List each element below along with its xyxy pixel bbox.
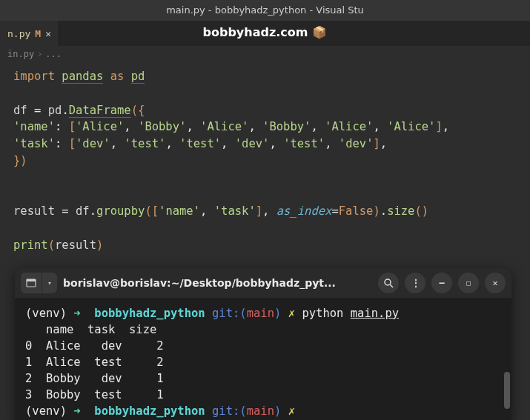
git-branch: main [247,404,274,418]
chevron-right-icon: › [37,49,42,59]
output-row: 3 Bobby test 1 [25,388,164,401]
git-close: ) [274,307,281,320]
output-row: 2 Bobby dev 1 [25,372,164,385]
prompt-dir: bobbyhadz_python [94,404,205,418]
breadcrumb[interactable]: in.py›... [0,46,530,62]
menu-button[interactable]: ⋮ [405,273,425,293]
new-tab-button[interactable] [21,273,42,293]
close-icon: ✕ [492,278,497,288]
minimize-icon: ‒ [439,278,444,288]
tab-bar: n.py M ✕ bobbyhadz.com 📦 [0,21,530,46]
breadcrumb-file: in.py [7,49,34,59]
terminal-icon [26,278,36,288]
output-row: 1 Alice test 2 [25,356,164,369]
code-line: print(result) [13,237,517,254]
prompt-arrow: ➜ [73,307,80,320]
venv-label: (venv) [25,307,67,320]
git-branch: main [247,307,274,320]
code-line: }) [13,153,517,170]
prompt-dir: bobbyhadz_python [94,307,205,320]
watermark: bobbyhadz.com 📦 [203,25,328,39]
close-button[interactable]: ✕ [485,273,506,293]
close-icon[interactable]: ✕ [45,28,51,39]
maximize-icon: □ [466,279,470,287]
tab-filename: n.py [7,28,30,39]
terminal-window: ▾ borislav@borislav:~/Desktop/bobbyhadz_… [15,268,511,420]
breadcrumb-more: ... [45,49,62,59]
search-icon [384,279,394,288]
tab-modified-indicator: M [35,28,41,39]
code-editor[interactable]: import pandas as pd df = pd.DataFrame({ … [0,62,530,260]
svg-line-3 [390,284,393,287]
command: python [302,307,343,320]
code-line [13,85,517,102]
code-line: import pandas as pd [13,68,517,85]
venv-label: (venv) [25,404,67,418]
code-line [13,220,517,237]
scrollbar-thumb[interactable] [504,372,510,409]
code-line: result = df.groupby(['name', 'task'], as… [13,203,517,220]
output-header: name task size [25,323,156,336]
window-titlebar: main.py - bobbyhadz_python - Visual Stu [0,0,530,21]
terminal-titlebar: ▾ borislav@borislav:~/Desktop/bobbyhadz_… [15,268,511,298]
dirty-icon: ✗ [288,404,295,418]
tab-dropdown-button[interactable]: ▾ [42,273,57,293]
output-row: 0 Alice dev 2 [25,339,164,353]
search-button[interactable] [378,273,399,293]
terminal-title: borislav@borislav:~/Desktop/bobbyhadz_py… [63,277,372,289]
terminal-body[interactable]: (venv) ➜ bobbyhadz_python git:(main) ✗ p… [15,298,511,420]
command-arg: main.py [351,307,399,320]
prompt-arrow: ➜ [73,404,80,418]
cube-icon: 📦 [312,25,327,39]
git-label: git:( [212,307,247,320]
svg-point-2 [385,279,391,285]
code-line: df = pd.DataFrame({ [13,102,517,119]
code-line [13,186,517,203]
code-line: 'name': ['Alice', 'Bobby', 'Alice', 'Bob… [13,119,517,136]
git-close: ) [274,404,281,418]
watermark-text: bobbyhadz.com [203,25,308,39]
svg-rect-1 [27,279,36,281]
kebab-icon: ⋮ [411,278,420,288]
dirty-icon: ✗ [288,307,295,320]
code-line [13,170,517,187]
minimize-button[interactable]: ‒ [431,273,452,293]
maximize-button[interactable]: □ [458,273,479,293]
code-line: 'task': ['dev', 'test', 'test', 'dev', '… [13,136,517,153]
git-label: git:( [212,404,247,418]
editor-tab-main[interactable]: n.py M ✕ [0,21,59,46]
